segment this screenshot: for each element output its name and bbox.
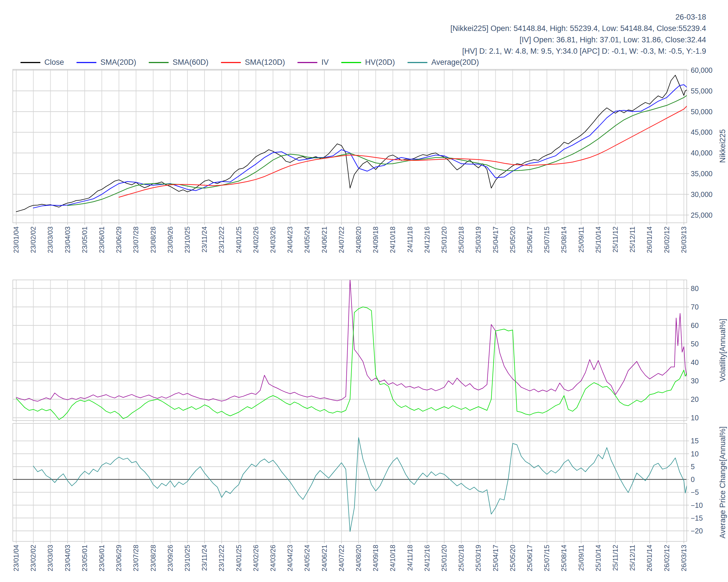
x-tick-label: 23/12/22 <box>217 226 225 253</box>
y-tick-label: 15 <box>691 437 699 445</box>
x-tick-label: 23/04/03 <box>64 226 71 253</box>
y-tick-label: 30 <box>691 377 699 385</box>
y-axis-title-volatility: Volatility[Annual%] <box>718 318 727 382</box>
nikkei225-price-panel: 25,00030,00035,00040,00045,00050,00055,0… <box>12 66 727 253</box>
y-tick-label: 55,000 <box>691 87 712 95</box>
x-tick-label: 24/01/25 <box>235 545 242 571</box>
y-tick-label: 60,000 <box>691 66 712 74</box>
x-tick-label: 25/08/14 <box>560 226 568 253</box>
x-tick-label: 24/02/26 <box>252 226 260 253</box>
x-tick-label: 25/09/11 <box>577 545 585 571</box>
y-tick-label: 80 <box>691 284 699 293</box>
x-tick-label: 24/02/26 <box>252 545 260 571</box>
x-tick-label: 26/03/13 <box>680 545 687 571</box>
x-tick-label: 24/07/22 <box>338 545 345 571</box>
x-tick-label: 25/10/14 <box>594 545 602 571</box>
x-tick-label: 24/12/16 <box>423 226 431 253</box>
panel-border <box>13 70 687 223</box>
x-tick-label: 23/04/03 <box>64 545 71 571</box>
x-tick-label: 23/06/29 <box>115 226 123 253</box>
x-tick-label: 24/10/18 <box>389 545 396 571</box>
chart-canvas: 25,00030,00035,00040,00045,00050,00055,0… <box>0 0 728 582</box>
x-tick-label: 25/09/11 <box>577 226 585 253</box>
y-tick-label: 10 <box>691 450 699 458</box>
y-tick-label: 60 <box>691 322 699 329</box>
x-tick-label: 24/05/24 <box>303 226 311 253</box>
x-tick-label: 24/05/24 <box>303 545 311 571</box>
series-iv <box>16 279 687 401</box>
y-tick-label: 25,000 <box>691 211 712 219</box>
x-tick-label: 25/03/19 <box>474 545 482 571</box>
x-tick-label: 24/04/23 <box>286 226 294 253</box>
volatility-panel: 1020304050607080Volatility[Annual%] <box>13 279 727 423</box>
chart-page: 26-03-18 [Nikkei225] Open: 54148.84, Hig… <box>0 0 728 582</box>
x-tick-label: 25/07/15 <box>543 545 550 571</box>
x-tick-label: 24/04/23 <box>286 545 294 571</box>
x-tick-label: 24/06/21 <box>320 545 328 571</box>
x-tick-label: 23/09/26 <box>166 545 174 571</box>
x-tick-label: 23/05/01 <box>81 226 88 253</box>
x-tick-label: 23/12/22 <box>217 545 225 571</box>
x-tick-label: 23/02/02 <box>29 545 37 571</box>
x-tick-label: 23/03/03 <box>46 545 54 571</box>
series-hv-20d <box>16 307 687 420</box>
x-tick-label: 23/02/02 <box>29 226 37 253</box>
x-tick-label: 25/12/11 <box>628 545 636 571</box>
x-tick-label: 24/08/20 <box>355 545 362 571</box>
series-average-20d <box>33 438 687 532</box>
x-tick-label: 24/12/16 <box>423 545 431 571</box>
x-tick-label: 23/09/26 <box>166 226 174 253</box>
y-tick-label: 20 <box>691 395 699 403</box>
y-tick-label: 45,000 <box>691 128 712 136</box>
x-tick-label: 25/02/18 <box>457 545 465 571</box>
x-tick-label: 24/11/18 <box>406 226 414 253</box>
x-tick-label: 26/03/13 <box>680 226 687 253</box>
x-tick-label: 24/06/21 <box>320 226 328 253</box>
x-tick-label: 25/06/17 <box>526 226 534 253</box>
y-tick-label: 40,000 <box>691 149 712 157</box>
x-tick-label: 23/06/01 <box>98 545 105 571</box>
x-tick-label: 26/01/14 <box>646 226 653 253</box>
x-tick-label: 25/05/20 <box>509 226 516 253</box>
y-axis-title-average-price-change: Average Price Change[Annual%] <box>718 426 727 538</box>
x-tick-label: 25/03/19 <box>474 226 482 253</box>
y-tick-label: −5 <box>691 488 699 496</box>
x-tick-label: 25/12/11 <box>628 226 636 253</box>
x-tick-label: 23/06/29 <box>115 545 123 571</box>
x-tick-label: 23/11/24 <box>201 226 208 253</box>
x-tick-label: 25/01/20 <box>440 545 448 571</box>
y-tick-label: 70 <box>691 303 699 311</box>
x-tick-label: 23/03/03 <box>46 226 54 253</box>
x-tick-label: 25/04/17 <box>492 545 499 571</box>
series-sma-120d <box>119 106 687 197</box>
series-sma-60d <box>68 95 687 205</box>
x-tick-label: 26/01/14 <box>646 545 653 571</box>
x-tick-label: 23/08/28 <box>149 226 157 253</box>
y-tick-label: 50 <box>691 340 699 348</box>
x-tick-label: 25/11/12 <box>612 226 619 253</box>
x-tick-label: 25/02/18 <box>457 226 465 253</box>
x-tick-label: 23/06/01 <box>98 226 105 253</box>
y-tick-label: −20 <box>691 527 703 535</box>
x-tick-label: 23/08/28 <box>149 545 157 571</box>
x-tick-label: 25/10/14 <box>594 226 602 253</box>
x-tick-label: 25/07/15 <box>543 226 550 253</box>
x-tick-label: 24/09/18 <box>372 545 379 571</box>
average-price-change-panel: −20−15−10−5051015Average Price Change[An… <box>12 423 727 571</box>
x-tick-label: 24/03/26 <box>269 545 277 571</box>
x-tick-label: 23/01/04 <box>12 226 20 253</box>
y-tick-label: −10 <box>691 501 703 509</box>
x-tick-label: 23/07/28 <box>132 545 140 571</box>
x-tick-label: 25/05/20 <box>509 545 516 571</box>
x-tick-label: 25/04/17 <box>492 226 499 253</box>
x-tick-label: 23/05/01 <box>81 545 88 571</box>
y-tick-label: 10 <box>691 414 699 422</box>
x-tick-label: 25/08/14 <box>560 545 568 571</box>
x-tick-label: 23/07/28 <box>132 226 140 253</box>
y-tick-label: 50,000 <box>691 108 712 116</box>
series-sma-20d <box>33 85 687 208</box>
x-tick-label: 24/08/20 <box>355 226 362 253</box>
y-tick-label: 30,000 <box>691 190 712 198</box>
y-tick-label: 5 <box>691 463 695 471</box>
x-tick-label: 26/02/12 <box>663 545 671 571</box>
